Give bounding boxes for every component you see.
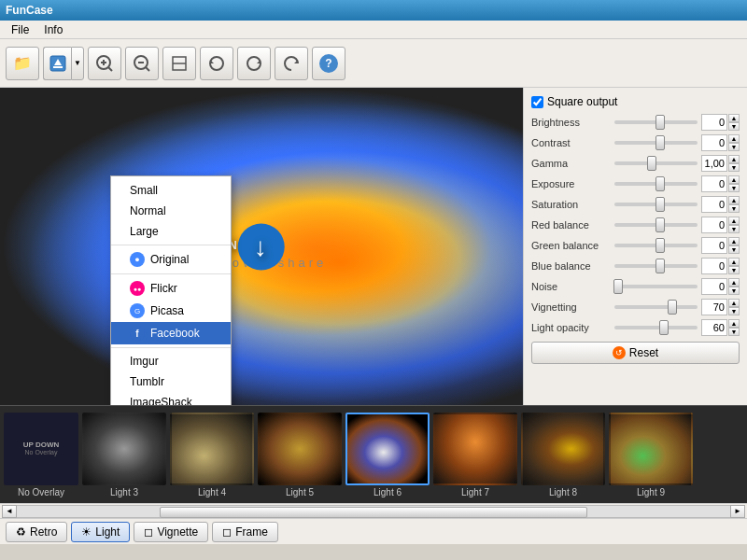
spin-down-9[interactable]: ▼ <box>728 307 740 315</box>
help-button[interactable]: ? <box>312 47 345 80</box>
light9-thumb[interactable] <box>609 413 693 485</box>
rotate-left-button[interactable] <box>200 47 233 80</box>
slider-thumb-9[interactable] <box>668 300 677 315</box>
spin-down-4[interactable]: ▼ <box>728 204 740 213</box>
thumbnail-light8[interactable]: Light 8 <box>521 413 605 497</box>
spin-down-3[interactable]: ▼ <box>728 184 740 192</box>
slider-track-4[interactable] <box>614 203 698 206</box>
slider-thumb-2[interactable] <box>647 156 656 171</box>
slider-thumb-3[interactable] <box>655 176 665 191</box>
zoom-in-button[interactable] <box>88 47 121 80</box>
tab-frame[interactable]: ◻ Frame <box>212 522 278 542</box>
slider-track-7[interactable] <box>614 264 698 268</box>
save-main[interactable] <box>43 47 71 80</box>
slider-track-1[interactable] <box>614 141 698 145</box>
scroll-left-button[interactable]: ◄ <box>2 505 17 518</box>
spin-up-8[interactable]: ▲ <box>728 278 740 287</box>
menu-info[interactable]: Info <box>36 21 70 38</box>
spin-up-9[interactable]: ▲ <box>728 299 740 307</box>
slider-thumb-1[interactable] <box>655 135 665 150</box>
spin-up-6[interactable]: ▲ <box>728 237 740 245</box>
slider-spinner-3[interactable]: ▲▼ <box>728 175 740 192</box>
spin-up-3[interactable]: ▲ <box>728 175 740 184</box>
thumbnail-light3[interactable]: Light 3 <box>82 413 166 497</box>
square-output-checkbox[interactable] <box>531 96 543 108</box>
reset-button[interactable]: ↺ Reset <box>531 342 740 364</box>
rotate-right-button[interactable] <box>237 47 271 80</box>
dropdown-imageshack[interactable]: ImageShack <box>111 392 231 405</box>
slider-thumb-6[interactable] <box>655 238 665 253</box>
dropdown-picasa[interactable]: G Picasa <box>111 300 231 322</box>
spin-up-5[interactable]: ▲ <box>728 217 740 225</box>
slider-thumb-7[interactable] <box>655 259 665 273</box>
slider-spinner-6[interactable]: ▲▼ <box>728 237 740 254</box>
no-overlay-thumb[interactable]: UP DOWN No Overlay <box>4 413 78 485</box>
tab-light[interactable]: ☀ Light <box>71 522 130 542</box>
slider-thumb-4[interactable] <box>655 197 665 212</box>
slider-thumb-10[interactable] <box>659 320 669 335</box>
slider-spinner-10[interactable]: ▲▼ <box>728 319 740 336</box>
save-button-split[interactable]: ▼ <box>43 47 84 80</box>
thumbnail-light5[interactable]: Light 5 <box>258 413 342 497</box>
slider-track-10[interactable] <box>614 326 698 329</box>
dropdown-small[interactable]: Small <box>111 180 231 201</box>
spin-down-8[interactable]: ▼ <box>728 287 740 295</box>
spin-up-1[interactable]: ▲ <box>728 134 740 143</box>
spin-down-6[interactable]: ▼ <box>728 245 740 254</box>
thumbnail-no-overlay[interactable]: UP DOWN No Overlay No Overlay <box>4 413 78 497</box>
slider-spinner-5[interactable]: ▲▼ <box>728 217 740 233</box>
slider-spinner-7[interactable]: ▲▼ <box>728 258 740 274</box>
spin-down-7[interactable]: ▼ <box>728 266 740 274</box>
slider-thumb-8[interactable] <box>613 279 623 294</box>
spin-up-10[interactable]: ▲ <box>728 319 740 328</box>
zoom-fit-button[interactable] <box>162 47 196 80</box>
light6-thumb[interactable] <box>345 413 430 485</box>
slider-track-9[interactable] <box>614 305 698 309</box>
dropdown-large[interactable]: Large <box>111 221 231 242</box>
dropdown-flickr[interactable]: ●● Flickr <box>111 277 231 300</box>
slider-spinner-2[interactable]: ▲▼ <box>728 155 740 172</box>
thumbnail-light9[interactable]: Light 9 <box>609 413 693 497</box>
refresh-button[interactable] <box>275 47 308 80</box>
slider-track-5[interactable] <box>614 223 698 227</box>
spin-up-0[interactable]: ▲ <box>728 114 740 122</box>
light5-thumb[interactable] <box>258 413 342 485</box>
slider-spinner-8[interactable]: ▲▼ <box>728 278 740 295</box>
spin-up-7[interactable]: ▲ <box>728 258 740 266</box>
slider-track-2[interactable] <box>614 161 698 165</box>
dropdown-facebook[interactable]: f Facebook <box>111 322 231 344</box>
spin-down-10[interactable]: ▼ <box>728 328 740 336</box>
dropdown-original[interactable]: ● Original <box>111 248 231 271</box>
scroll-thumb[interactable] <box>160 507 587 518</box>
light7-thumb[interactable] <box>433 413 517 485</box>
slider-spinner-4[interactable]: ▲▼ <box>728 196 740 213</box>
light3-thumb[interactable] <box>82 413 166 485</box>
spin-down-1[interactable]: ▼ <box>728 143 740 151</box>
open-button[interactable]: 📁 <box>6 47 39 80</box>
light4-thumb[interactable] <box>170 413 254 485</box>
scroll-track[interactable] <box>17 505 730 518</box>
spin-down-0[interactable]: ▼ <box>728 122 740 131</box>
slider-thumb-0[interactable] <box>655 115 665 130</box>
slider-spinner-1[interactable]: ▲▼ <box>728 134 740 151</box>
slider-spinner-0[interactable]: ▲▼ <box>728 114 740 131</box>
dropdown-tumblr[interactable]: Tumblr <box>111 371 231 392</box>
dropdown-imgur[interactable]: Imgur <box>111 351 231 371</box>
spin-down-5[interactable]: ▼ <box>728 225 740 233</box>
tab-retro[interactable]: ♻ Retro <box>6 522 67 542</box>
thumbnail-light7[interactable]: Light 7 <box>433 413 517 497</box>
thumbnail-light6[interactable]: Light 6 <box>345 413 430 497</box>
slider-track-6[interactable] <box>614 244 698 247</box>
dropdown-normal[interactable]: Normal <box>111 201 231 221</box>
slider-track-8[interactable] <box>614 285 698 288</box>
scroll-right-button[interactable]: ► <box>730 505 745 518</box>
save-arrow[interactable]: ▼ <box>71 47 84 80</box>
slider-thumb-5[interactable] <box>655 217 665 232</box>
spin-down-2[interactable]: ▼ <box>728 163 740 172</box>
thumbnail-light4[interactable]: Light 4 <box>170 413 254 497</box>
light8-thumb[interactable] <box>521 413 605 485</box>
tab-vignette[interactable]: ◻ Vignette <box>134 522 208 542</box>
slider-track-3[interactable] <box>614 182 698 186</box>
slider-spinner-9[interactable]: ▲▼ <box>728 299 740 315</box>
slider-track-0[interactable] <box>614 120 698 124</box>
